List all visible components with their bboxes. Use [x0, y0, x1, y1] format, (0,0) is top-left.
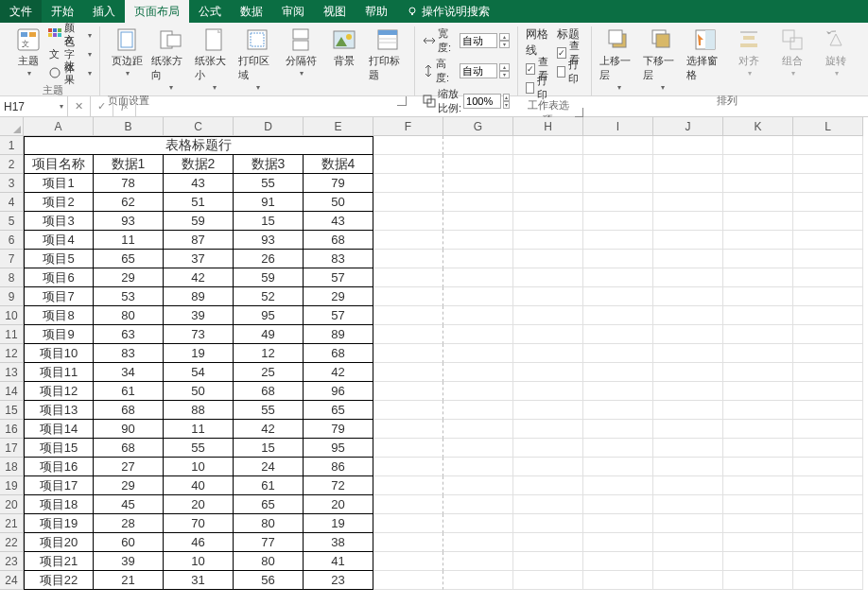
cell[interactable]	[373, 268, 443, 287]
cell[interactable]: 项目3	[24, 212, 94, 231]
cell[interactable]	[513, 552, 583, 571]
align-button[interactable]: 对齐▾	[730, 26, 768, 78]
cell[interactable]	[723, 250, 793, 268]
cell[interactable]: 29	[94, 476, 164, 495]
cell[interactable]: 90	[94, 420, 164, 439]
cell[interactable]	[373, 382, 443, 401]
cell[interactable]	[443, 287, 513, 306]
cell[interactable]	[513, 382, 583, 401]
cell[interactable]: 89	[164, 287, 234, 306]
cell[interactable]	[723, 476, 793, 495]
spinner[interactable]: ▴▾	[499, 33, 509, 48]
group-objects-button[interactable]: 组合▾	[773, 26, 811, 78]
cell[interactable]	[373, 514, 443, 533]
cell[interactable]: 42	[234, 420, 304, 439]
row-header[interactable]: 16	[0, 420, 24, 439]
cell[interactable]	[723, 363, 793, 382]
cell[interactable]	[443, 514, 513, 533]
cell[interactable]: 95	[304, 439, 373, 458]
cell[interactable]: 65	[304, 401, 373, 420]
cell[interactable]: 43	[304, 212, 373, 231]
cell[interactable]: 59	[234, 268, 304, 287]
cell[interactable]: 10	[164, 458, 234, 476]
cell[interactable]: 80	[234, 552, 304, 571]
cell[interactable]: 项目7	[24, 287, 94, 306]
cell[interactable]: 83	[304, 250, 373, 268]
cell[interactable]	[373, 155, 443, 174]
cell[interactable]: 项目15	[24, 439, 94, 458]
cell[interactable]: 55	[234, 174, 304, 193]
column-header[interactable]: G	[443, 117, 513, 136]
cell[interactable]	[723, 533, 793, 552]
cell[interactable]: 项目16	[24, 458, 94, 476]
column-header[interactable]: H	[513, 117, 583, 136]
column-header[interactable]: C	[164, 117, 234, 136]
cell[interactable]	[653, 476, 723, 495]
cell[interactable]: 12	[234, 344, 304, 363]
cell[interactable]: 19	[304, 514, 373, 533]
cell[interactable]: 59	[164, 212, 234, 231]
cell[interactable]	[373, 363, 443, 382]
cell[interactable]	[443, 212, 513, 231]
row-header[interactable]: 8	[0, 268, 24, 287]
row-header[interactable]: 3	[0, 174, 24, 193]
cell[interactable]	[443, 155, 513, 174]
cell[interactable]	[653, 495, 723, 514]
cell[interactable]	[793, 268, 863, 287]
tab-formulas[interactable]: 公式	[189, 0, 231, 23]
cell[interactable]	[443, 439, 513, 458]
cell[interactable]	[583, 439, 653, 458]
cell[interactable]	[723, 344, 793, 363]
cell[interactable]: 50	[164, 382, 234, 401]
cell[interactable]	[653, 136, 723, 155]
cell[interactable]	[793, 174, 863, 193]
cell[interactable]: 10	[164, 552, 234, 571]
cell[interactable]	[443, 193, 513, 212]
cell[interactable]	[443, 495, 513, 514]
cell[interactable]	[793, 514, 863, 533]
cell[interactable]	[793, 344, 863, 363]
cell[interactable]: 63	[94, 325, 164, 344]
cell[interactable]	[513, 306, 583, 325]
cell[interactable]	[583, 458, 653, 476]
fx-button[interactable]: fx	[113, 96, 136, 116]
cell[interactable]	[443, 458, 513, 476]
margins-button[interactable]: 页边距▾	[108, 26, 146, 78]
tab-insert[interactable]: 插入	[83, 0, 125, 23]
tab-review[interactable]: 审阅	[272, 0, 314, 23]
cell[interactable]	[723, 287, 793, 306]
column-header[interactable]: A	[24, 117, 94, 136]
row-header[interactable]: 1	[0, 136, 24, 155]
cell[interactable]	[793, 287, 863, 306]
tab-data[interactable]: 数据	[231, 0, 272, 23]
cell[interactable]: 项目17	[24, 476, 94, 495]
cell[interactable]	[793, 439, 863, 458]
cell[interactable]	[443, 476, 513, 495]
column-header[interactable]: D	[234, 117, 304, 136]
cell[interactable]	[583, 287, 653, 306]
cell[interactable]: 46	[164, 533, 234, 552]
cell[interactable]: 93	[94, 212, 164, 231]
cell[interactable]	[513, 439, 583, 458]
cell[interactable]: 26	[234, 250, 304, 268]
cell[interactable]: 20	[304, 495, 373, 514]
cell[interactable]: 62	[94, 193, 164, 212]
cell[interactable]: 68	[94, 439, 164, 458]
formula-input[interactable]	[136, 96, 868, 116]
cell[interactable]	[723, 382, 793, 401]
cell[interactable]	[443, 174, 513, 193]
cell[interactable]: 93	[234, 231, 304, 250]
row-header[interactable]: 10	[0, 306, 24, 325]
cell[interactable]: 24	[234, 458, 304, 476]
cell[interactable]	[373, 136, 443, 155]
cell[interactable]	[513, 212, 583, 231]
cell[interactable]	[583, 382, 653, 401]
row-header[interactable]: 18	[0, 458, 24, 476]
cell[interactable]	[793, 533, 863, 552]
cell[interactable]: 60	[94, 533, 164, 552]
select-all-triangle[interactable]	[0, 117, 24, 136]
cell[interactable]: 29	[94, 268, 164, 287]
cell[interactable]: 80	[94, 306, 164, 325]
cell[interactable]	[513, 193, 583, 212]
cell[interactable]	[513, 287, 583, 306]
